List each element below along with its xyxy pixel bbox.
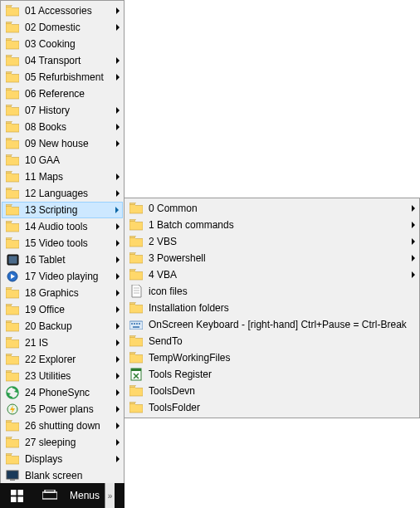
menu-item[interactable]: 12 Languages <box>2 185 123 202</box>
menu-item[interactable]: 10 GAA <box>2 152 123 169</box>
menu-item[interactable]: 08 Books <box>2 119 123 135</box>
menu-item[interactable]: 19 Office <box>2 301 123 318</box>
menu-item[interactable]: Displays <box>2 451 123 467</box>
menu-item[interactable]: 1 Batch commands <box>125 217 418 233</box>
menu-item-label: 1 Batch commands <box>149 219 407 231</box>
menu-item[interactable]: 05 Refurbishment <box>2 69 123 85</box>
menu-item[interactable]: 06 Reference <box>2 85 123 102</box>
svg-rect-20 <box>45 490 55 492</box>
menu-item[interactable]: 27 sleeping <box>2 434 123 451</box>
menu-item[interactable]: 16 Tablet <box>2 252 123 268</box>
menu-item-label: 24 PhoneSync <box>25 387 111 398</box>
submenu-arrow-icon <box>116 439 120 446</box>
svg-rect-18 <box>17 496 23 502</box>
folder-icon <box>129 218 144 232</box>
menu-item-label: 12 Languages <box>25 188 111 199</box>
folder-icon <box>5 203 20 217</box>
start-button[interactable] <box>0 483 33 508</box>
menu-item[interactable]: 4 VBA <box>125 266 418 283</box>
menu-item[interactable]: 18 Graphics <box>2 285 123 301</box>
menu-item[interactable]: 09 New house <box>2 135 123 152</box>
menu-item-label: 26 shutting down <box>25 420 111 432</box>
folder-icon <box>129 401 144 414</box>
menu-item[interactable]: icon files <box>125 283 418 300</box>
menu-item[interactable]: 11 Maps <box>2 169 123 185</box>
menu-item[interactable]: 23 Utilities <box>2 368 123 384</box>
submenu-arrow-icon <box>115 207 119 213</box>
menu-item-label: 15 Video tools <box>25 237 111 249</box>
folder-icon <box>129 202 144 215</box>
menu-item[interactable]: 24 PhoneSync <box>2 384 123 401</box>
menu-item[interactable]: OnScreen Keyboard - [right-hand] Ctrl+Pa… <box>125 316 418 333</box>
menu-item[interactable]: 3 Powershell <box>125 250 418 266</box>
menu-item[interactable]: 14 Audio tools <box>2 218 123 235</box>
menu-item[interactable]: 03 Cooking <box>2 36 123 52</box>
folder-icon <box>129 235 144 248</box>
submenu-arrow-icon <box>116 74 120 81</box>
menu-item[interactable]: Tools Register <box>125 366 418 383</box>
svg-rect-16 <box>17 490 23 496</box>
menu-item-label: ToolsFolder <box>149 402 407 413</box>
folder-icon <box>5 436 20 449</box>
menu-item-label: icon files <box>149 286 407 297</box>
menu-item-label: 09 New house <box>25 138 111 149</box>
taskbar-menus-label[interactable]: Menus <box>66 490 100 501</box>
menu-item[interactable]: 01 Accessories <box>2 2 123 19</box>
submenu-arrow-icon <box>116 406 120 413</box>
submenu-arrow-icon <box>412 271 415 278</box>
file-icon <box>129 285 144 298</box>
menu-item-label: 4 VBA <box>149 269 407 281</box>
menu-item[interactable]: 2 VBS <box>125 233 418 250</box>
menu-item-label: ToolsDevn <box>149 385 407 397</box>
menu-item[interactable]: SendTo <box>125 333 418 349</box>
menu-item[interactable]: 17 Video playing <box>2 268 123 285</box>
power-icon <box>5 403 20 416</box>
menu-item-label: 11 Maps <box>25 171 111 183</box>
submenu-arrow-icon <box>116 140 120 147</box>
taskbar-separator: » <box>105 483 115 508</box>
menu-item[interactable]: Installation folders <box>125 300 418 316</box>
folder-icon <box>5 170 20 183</box>
menu-item[interactable]: ToolsFolder <box>125 399 418 416</box>
svg-rect-7 <box>129 321 143 330</box>
folder-icon <box>5 237 20 250</box>
menu-item[interactable]: 20 Backup <box>2 318 123 335</box>
menu-item[interactable]: 02 Domestic <box>2 19 123 36</box>
menu-item[interactable]: 07 History <box>2 102 123 119</box>
svg-rect-14 <box>131 369 141 371</box>
menu-item[interactable]: 21 IS <box>2 335 123 351</box>
svg-rect-19 <box>42 492 57 499</box>
folder-icon <box>129 351 144 364</box>
submenu-arrow-icon <box>116 373 120 379</box>
svg-rect-6 <box>10 479 15 481</box>
menu-item-label: Displays <box>25 453 111 465</box>
submenu-arrow-icon <box>116 173 120 180</box>
menu-item-label: 07 History <box>25 105 111 116</box>
submenu-arrow-icon <box>116 107 120 114</box>
folder-icon <box>129 268 144 281</box>
taskview-button[interactable] <box>33 483 66 508</box>
folder-icon <box>129 384 144 398</box>
submenu-arrow-icon <box>116 124 120 130</box>
menu-item[interactable]: 04 Transport <box>2 52 123 69</box>
menu-item[interactable]: 22 Explorer <box>2 351 123 368</box>
menu-item[interactable]: 13 Scripting <box>2 202 123 218</box>
folder-icon <box>5 54 20 67</box>
folder-icon <box>5 353 20 366</box>
folder-icon <box>5 452 20 466</box>
menu-item-label: 03 Cooking <box>25 38 111 50</box>
svg-rect-11 <box>139 323 140 325</box>
menu-item[interactable]: 26 shutting down <box>2 418 123 434</box>
menu-item[interactable]: 15 Video tools <box>2 235 123 252</box>
screen-icon <box>5 469 20 482</box>
menu-item[interactable]: 25 Power plans <box>2 401 123 418</box>
video-icon <box>5 270 20 283</box>
tablet-icon <box>5 253 20 266</box>
menu-item[interactable]: ToolsDevn <box>125 383 418 399</box>
menu-item-label: Tools Register <box>149 369 407 380</box>
menu-item[interactable]: 0 Common <box>125 200 418 217</box>
menu-item-label: 04 Transport <box>25 55 111 66</box>
submenu-arrow-icon <box>116 190 120 197</box>
menu-item[interactable]: TempWorkingFiles <box>125 349 418 366</box>
menu-item[interactable]: Blank screen <box>2 467 123 484</box>
